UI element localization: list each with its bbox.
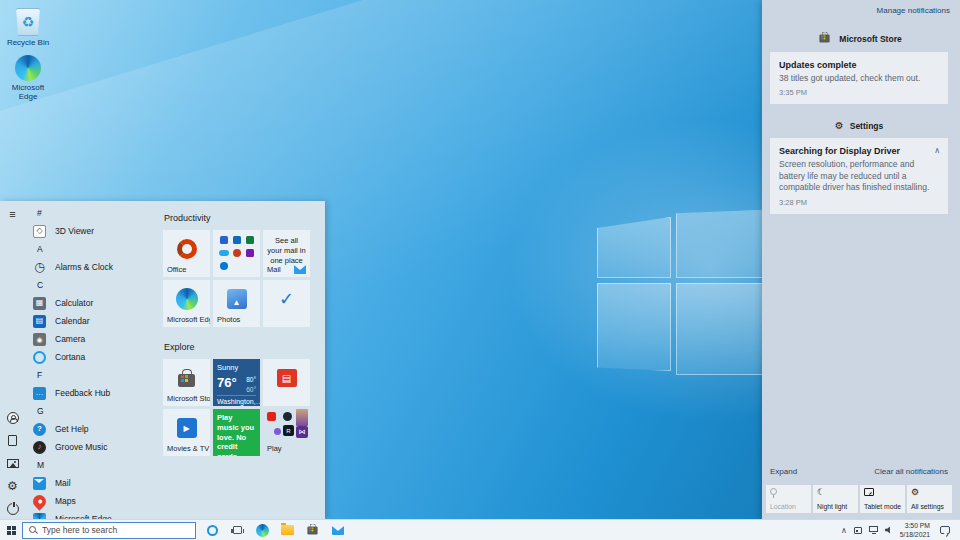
search-input[interactable] xyxy=(42,525,189,535)
taskbar-button-microsoft-store[interactable] xyxy=(300,520,325,540)
tile-spotify[interactable]: Play music you love. No credit cards.Spo… xyxy=(213,409,260,456)
notification-group-microsoft-store[interactable]: Microsoft Store xyxy=(768,32,950,45)
app-list-header-f[interactable]: F xyxy=(25,366,160,384)
microsoft-edge-icon xyxy=(256,524,269,537)
groove-music-icon: ♪ xyxy=(33,441,46,454)
taskbar-search[interactable] xyxy=(22,522,196,539)
notification-card[interactable]: Searching for Display DriverScreen resol… xyxy=(770,138,948,213)
app-item-camera[interactable]: ◉Camera xyxy=(25,330,160,348)
news-icon: ▤ xyxy=(277,369,297,387)
power-icon[interactable] xyxy=(7,503,19,515)
tile-group-title-productivity[interactable]: Productivity xyxy=(164,213,318,223)
manage-notifications-link[interactable]: Manage notifications xyxy=(877,6,950,15)
taskbar-button-cortana[interactable] xyxy=(200,520,225,540)
start-button[interactable] xyxy=(0,520,22,540)
tile-label: Office xyxy=(167,265,186,274)
app-list-header-[interactable]: # xyxy=(25,204,160,222)
app-list-header-a[interactable]: A xyxy=(25,240,160,258)
network-icon[interactable] xyxy=(869,526,878,532)
quick-actions-row: Location☾Night lightTablet mode⚙All sett… xyxy=(766,485,952,513)
cortana-icon xyxy=(33,351,46,364)
app-item-label: Alarms & Clock xyxy=(55,262,113,272)
clear-all-notifications-link[interactable]: Clear all notifications xyxy=(874,467,948,476)
mail-icon xyxy=(332,526,344,535)
app-list-header-c[interactable]: C xyxy=(25,276,160,294)
notification-time: 3:28 PM xyxy=(779,198,939,207)
quick-action-label: All settings xyxy=(911,503,948,510)
app-item-label: 3D Viewer xyxy=(55,226,94,236)
app-item-3d-viewer[interactable]: ◇3D Viewer xyxy=(25,222,160,240)
taskbar-clock[interactable]: 3:50 PM 5/18/2021 xyxy=(900,521,930,539)
tile-group-title-explore[interactable]: Explore xyxy=(164,342,318,352)
quick-action-all-settings[interactable]: ⚙All settings xyxy=(907,485,952,513)
quick-action-location[interactable]: Location xyxy=(766,485,811,513)
tile-mail[interactable]: See all your mail in one placeMail xyxy=(263,230,310,277)
app-item-label: Calendar xyxy=(55,316,90,326)
office-icon xyxy=(177,239,197,259)
tile-news[interactable]: ▤ xyxy=(263,359,310,406)
documents-icon[interactable] xyxy=(8,435,17,446)
app-item-maps[interactable]: Maps xyxy=(25,492,160,510)
notification-title: Searching for Display Driver xyxy=(779,146,939,156)
tile-photos[interactable]: ▲Photos xyxy=(213,280,260,327)
app-item-cortana[interactable]: Cortana xyxy=(25,348,160,366)
tile-microsoft-store[interactable]: Microsoft Store xyxy=(163,359,210,406)
action-center-icon[interactable] xyxy=(940,526,950,534)
weather-low: 60° xyxy=(246,385,256,395)
notification-card[interactable]: Updates complete38 titles got updated, c… xyxy=(770,52,948,104)
desktop-icon-label: Microsoft Edge xyxy=(8,83,48,101)
quick-action-tablet-mode[interactable]: Tablet mode xyxy=(860,485,905,513)
app-item-get-help[interactable]: ?Get Help xyxy=(25,420,160,438)
app-item-calendar[interactable]: ▤Calendar xyxy=(25,312,160,330)
tablet-mode-icon xyxy=(864,488,874,496)
system-tray: ∧ 3:50 PM 5/18/2021 xyxy=(841,520,960,540)
hamburger-menu-icon[interactable]: ≡ xyxy=(9,209,15,220)
app-list-header-g[interactable]: G xyxy=(25,402,160,420)
app-list-header-m[interactable]: M xyxy=(25,456,160,474)
settings-icon[interactable]: ⚙ xyxy=(7,480,19,492)
game-icon-bowtie: ⋈ xyxy=(296,426,308,438)
taskbar-button-microsoft-edge[interactable] xyxy=(250,520,275,540)
expand-link[interactable]: Expand xyxy=(770,467,797,476)
app-item-feedback-hub[interactable]: …Feedback Hub xyxy=(25,384,160,402)
pictures-icon[interactable] xyxy=(7,459,19,468)
taskbar-button-task-view[interactable] xyxy=(225,520,250,540)
account-icon[interactable] xyxy=(7,412,19,424)
tile-grid: OfficeSee all your mail in one placeMail… xyxy=(163,230,318,327)
desktop-icon-recycle-bin[interactable]: ♻ Recycle Bin xyxy=(2,8,54,47)
hidden-icons-chevron-icon[interactable]: ∧ xyxy=(841,526,847,535)
tile-play[interactable]: R⋈Play xyxy=(263,409,310,456)
desktop-icon-microsoft-edge[interactable]: Microsoft Edge xyxy=(2,55,54,101)
notification-group-settings[interactable]: ⚙Settings xyxy=(768,120,950,131)
taskbar-button-file-explorer[interactable] xyxy=(275,520,300,540)
weather-row: 76°80°60° xyxy=(217,375,256,395)
windows-logo-pane xyxy=(597,283,671,371)
game-icon-r: R xyxy=(283,425,294,436)
tile-movies-tv[interactable]: ▶Movies & TV xyxy=(163,409,210,456)
app-item-label: Camera xyxy=(55,334,85,344)
app-item-mail[interactable]: Mail xyxy=(25,474,160,492)
tile-office-suite[interactable] xyxy=(213,230,260,277)
volume-icon[interactable] xyxy=(885,526,893,534)
game-icon-circle xyxy=(283,412,292,421)
all-settings-icon: ⚙ xyxy=(911,488,919,497)
tray-window-icon[interactable] xyxy=(854,527,862,534)
app-item-microsoft-edge[interactable]: Microsoft Edge xyxy=(25,510,160,519)
todo-check-icon: ✓ xyxy=(279,288,294,310)
taskbar-button-mail[interactable] xyxy=(325,520,350,540)
tile-weather[interactable]: Sunny76°80°60°Washington,… xyxy=(213,359,260,406)
tile-to-do[interactable]: ✓ xyxy=(263,280,310,327)
clock-time: 3:50 PM xyxy=(900,521,930,530)
app-item-label: Groove Music xyxy=(55,442,107,452)
tile-microsoft-edge[interactable]: Microsoft Edge xyxy=(163,280,210,327)
cortana-icon xyxy=(207,525,218,536)
mail-app-icon xyxy=(33,477,46,490)
app-item-alarms-clock[interactable]: ◷Alarms & Clock xyxy=(25,258,160,276)
calculator-icon: ▦ xyxy=(33,297,46,310)
tile-office[interactable]: Office xyxy=(163,230,210,277)
quick-action-label: Tablet mode xyxy=(864,503,901,510)
app-item-groove-music[interactable]: ♪Groove Music xyxy=(25,438,160,456)
collapse-chevron-icon[interactable]: ∧ xyxy=(934,146,940,155)
quick-action-night-light[interactable]: ☾Night light xyxy=(813,485,858,513)
app-item-calculator[interactable]: ▦Calculator xyxy=(25,294,160,312)
